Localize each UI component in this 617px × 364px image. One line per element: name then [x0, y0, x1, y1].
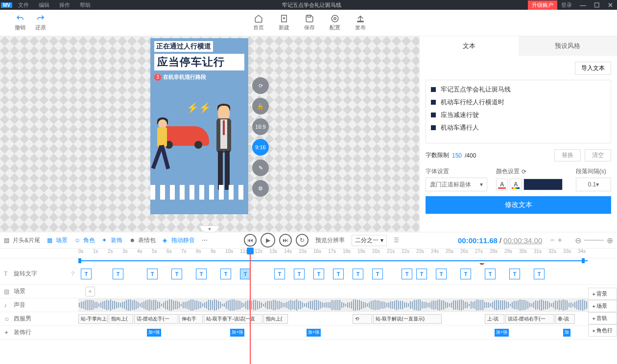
menu-help[interactable]: 帮助: [75, 1, 95, 9]
tab-text[interactable]: 文本: [420, 36, 519, 56]
text-clip[interactable]: T: [294, 269, 305, 279]
redo-button[interactable]: 还原: [35, 14, 46, 31]
text-clip[interactable]: T: [196, 269, 207, 279]
text-track[interactable]: 🔇 TTTTTTTTTTTTTTTTTTTT: [78, 263, 617, 284]
time-ruler[interactable]: 0s1s2s3s4s5s6s7s8s9s10s11s12s13s14s15s16…: [0, 249, 617, 258]
zoom-out-icon[interactable]: ⊖: [575, 236, 581, 245]
collapse-toggle[interactable]: ▾: [200, 226, 219, 232]
emoji-toggle[interactable]: ☻表情包: [129, 236, 156, 245]
zoom-out-time[interactable]: −: [550, 236, 554, 245]
rate-select[interactable]: 二分之一▾: [352, 235, 387, 246]
zoom-in-time[interactable]: +: [558, 236, 562, 245]
new-button[interactable]: 新建: [279, 14, 289, 31]
text-clip[interactable]: T: [220, 269, 231, 279]
lock-tool[interactable]: 🔓: [252, 98, 269, 114]
ratio-916[interactable]: 9:16: [252, 139, 269, 156]
font-select[interactable]: 庞门正道标题体▾: [426, 178, 487, 191]
text-clip[interactable]: T: [436, 269, 447, 279]
text-clip[interactable]: T: [372, 269, 383, 279]
canvas-area[interactable]: 正在通过人行横道 应当停车让行 3在机非机混行路段 ⚡⚡ ⟳ 🔓 16:9 9:…: [0, 36, 419, 232]
bg-color-button[interactable]: A: [510, 179, 522, 190]
decor-track[interactable]: 加+强加+强加+强加+强加: [78, 326, 617, 339]
clear-button[interactable]: 清空: [585, 149, 611, 161]
text-color-button[interactable]: A: [496, 179, 508, 190]
play-button[interactable]: ▶: [261, 233, 275, 248]
sound-track[interactable]: 🔊: [78, 298, 617, 312]
interval-input[interactable]: 0.1 ▾: [576, 178, 611, 191]
text-list[interactable]: 牢记五点学会礼让斑马线 机动车行经人行横道时 应当减速行驶 机动车遇行人: [426, 80, 611, 143]
text-clip[interactable]: T: [333, 269, 344, 279]
import-text-button[interactable]: 导入文本: [575, 62, 611, 75]
color-swatch[interactable]: [523, 179, 563, 190]
action-clip[interactable]: 上-说: [485, 314, 504, 324]
text-clip[interactable]: T: [81, 269, 92, 279]
upgrade-button[interactable]: 升级账户: [528, 0, 557, 10]
ratio-169[interactable]: 16:9: [252, 118, 269, 135]
text-clip[interactable]: T: [147, 269, 158, 279]
modify-text-button[interactable]: 修改文本: [426, 196, 611, 214]
text-clip[interactable]: T: [171, 269, 182, 279]
settings-tool[interactable]: ⚙: [252, 180, 269, 197]
action-clip[interactable]: 站-手掌向上-说话(一直: [78, 314, 108, 324]
minimize-button[interactable]: —: [576, 1, 590, 9]
range-start[interactable]: [78, 258, 81, 263]
text-clip[interactable]: T: [416, 269, 427, 279]
decor-clip[interactable]: 加: [563, 329, 570, 337]
layers-icon[interactable]: ☰: [394, 237, 399, 244]
action-clip[interactable]: 话-摆动左手(一: [134, 314, 178, 324]
next-button[interactable]: ⏭: [279, 234, 292, 247]
action-clip[interactable]: 伸右手: [179, 314, 203, 324]
action-clip[interactable]: 说话-摆动右手(一: [505, 314, 554, 324]
loop-button[interactable]: ↻: [296, 234, 308, 247]
text-clip[interactable]: T: [240, 269, 251, 279]
text-clip[interactable]: T: [485, 269, 496, 279]
home-button[interactable]: 首页: [253, 14, 264, 31]
action-clip[interactable]: ⟲: [353, 314, 372, 324]
headtail-toggle[interactable]: ▤片头&片尾: [4, 236, 40, 245]
login-button[interactable]: 登录: [557, 1, 576, 9]
text-clip[interactable]: T: [313, 269, 324, 279]
menu-edit[interactable]: 编辑: [34, 1, 54, 9]
add-audio[interactable]: + 音轨: [588, 312, 617, 324]
add-scene[interactable]: +: [85, 287, 95, 296]
decor-clip[interactable]: 加+强: [230, 329, 244, 337]
add-role[interactable]: + 角色行: [588, 324, 617, 337]
range-end[interactable]: [582, 258, 585, 263]
action-clip[interactable]: 站-双手解说(一直显示): [373, 314, 442, 324]
decor-toggle[interactable]: ✦装饰: [102, 236, 122, 245]
replace-button[interactable]: 替换: [554, 149, 581, 161]
add-bg[interactable]: + 背景: [588, 288, 617, 300]
menu-file[interactable]: 文件: [13, 1, 34, 9]
publish-button[interactable]: 发布: [355, 14, 366, 31]
text-clip[interactable]: T: [534, 269, 545, 279]
text-clip[interactable]: T: [509, 269, 520, 279]
text-clip[interactable]: T: [402, 269, 412, 279]
action-clip[interactable]: 拳-说: [555, 314, 575, 324]
maximize-button[interactable]: ☐: [590, 1, 604, 9]
action-clip[interactable]: 指向上(: [263, 314, 288, 324]
close-button[interactable]: ✕: [604, 1, 617, 9]
scene-toggle[interactable]: ▦场景: [47, 236, 68, 245]
decor-clip[interactable]: 加+强: [307, 329, 321, 337]
text-clip[interactable]: T: [353, 269, 363, 279]
text-clip[interactable]: T: [113, 269, 123, 279]
text-clip[interactable]: T: [460, 269, 471, 279]
more-actions[interactable]: ⋯: [202, 237, 208, 244]
total-time[interactable]: 00:00:34.00: [503, 236, 542, 245]
zoom-in-icon[interactable]: ⊕: [607, 236, 613, 245]
stage[interactable]: 正在通过人行横道 应当停车让行 3在机非机混行路段 ⚡⚡: [150, 38, 248, 214]
mute-toggle[interactable]: ◈拖动静音: [163, 236, 195, 245]
action-clip[interactable]: 站-双手垂下-说话(一直: [204, 314, 262, 324]
undo-button[interactable]: 撤销: [15, 14, 25, 31]
edit-tool[interactable]: ✎: [252, 159, 269, 176]
action-clip[interactable]: 指向上(: [109, 314, 133, 324]
text-clip[interactable]: T: [274, 269, 285, 279]
prev-button[interactable]: ⏮: [244, 234, 257, 247]
config-button[interactable]: 配置: [330, 14, 340, 31]
save-button[interactable]: 保存: [304, 14, 315, 31]
help-icon[interactable]: ?: [71, 271, 74, 277]
char-track[interactable]: 站-手掌向上-说话(一直指向上(话-摆动左手(一伸右手站-双手垂下-说话(一直指…: [78, 312, 617, 325]
add-scene-track[interactable]: + 场景: [588, 300, 617, 312]
range-bar[interactable]: [0, 258, 617, 263]
tab-preset[interactable]: 预设风格: [519, 36, 617, 56]
